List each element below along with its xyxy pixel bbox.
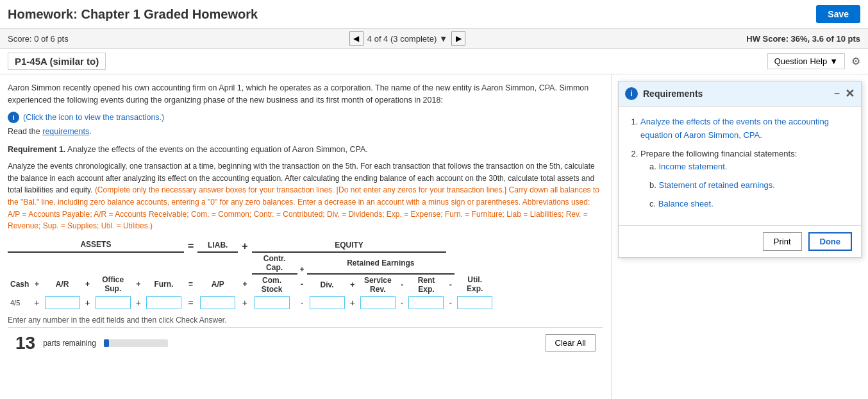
plus-op-5: + (347, 295, 358, 310)
nav-label: 4 of 4 (3 complete) ▼ (367, 34, 447, 44)
column-labels-row: Cash + A/R + OfficeSup. + Furn. = A/P + … (8, 274, 495, 295)
equals-sign: = (184, 239, 197, 252)
minus-op-1: - (297, 295, 307, 310)
minus-3: - (446, 274, 455, 295)
score-nav: ◀ 4 of 4 (3 complete) ▼ ▶ (349, 31, 465, 46)
top-header: Homework: Chapter 1 Graded Homework Save (0, 0, 868, 29)
gear-icon[interactable]: ⚙ (851, 55, 860, 67)
hw-score-label: HW Score: 36%, 3.6 of 10 pts (746, 34, 860, 44)
minus-op-2: - (398, 295, 406, 310)
eq-1: = (184, 274, 197, 295)
plus-op-1: + (31, 295, 42, 310)
detail-text: Analyze the events chronologically, one … (8, 160, 603, 232)
plus-op-4: + (238, 295, 251, 310)
plus-5: + (347, 274, 358, 295)
com-stock-input[interactable] (255, 296, 290, 309)
office-input[interactable] (96, 296, 131, 309)
service-input[interactable] (360, 296, 396, 309)
done-button[interactable]: Done (808, 232, 853, 251)
sub-link-a[interactable]: Income statement. (658, 162, 727, 171)
equity-header: EQUITY (335, 241, 363, 250)
header-row-2: Contr. Cap. + Retained Earnings (8, 252, 495, 274)
furn-input[interactable] (146, 296, 181, 309)
sub-link-c[interactable]: Balance sheet. (658, 199, 714, 208)
page-title: Homework: Chapter 1 Graded Homework (8, 7, 258, 22)
req-item-1: Analyze the effects of the events on the… (640, 115, 851, 142)
requirements-list: Analyze the effects of the events on the… (629, 115, 851, 211)
print-button[interactable]: Print (763, 232, 802, 251)
req-panel-controls: − ✕ (834, 87, 855, 101)
plus-1: + (31, 274, 42, 295)
liab-header: LIAB. (208, 241, 228, 250)
info-icon[interactable]: i (8, 112, 19, 123)
equation-table: ASSETS = LIAB. + EQUITY (8, 239, 495, 310)
rent-col-label: RentExp. (406, 274, 446, 295)
minimize-button[interactable]: − (834, 88, 840, 99)
sub-item-b: Statement of retained earnings. (649, 179, 851, 192)
requirements-link[interactable]: requirements (42, 127, 89, 136)
input-row: 4/5 + + + = + - + (8, 295, 495, 310)
progress-bar-fill (104, 339, 109, 347)
req-panel-body: Analyze the effects of the events on the… (619, 106, 861, 225)
parts-label: parts remaining (43, 339, 96, 348)
score-bar: Score: 0 of 6 pts ◀ 4 of 4 (3 complete) … (0, 29, 868, 49)
requirements-panel: i Requirements − ✕ Analyze the effects o… (618, 81, 862, 258)
contr-header: Contr. (263, 254, 286, 263)
nav-next-button[interactable]: ▶ (451, 31, 465, 46)
read-req: Read the requirements. (8, 127, 603, 136)
req-panel-header: i Requirements − ✕ (619, 81, 861, 106)
rent-input[interactable] (408, 296, 444, 309)
score-label: Score: 0 of 6 pts (8, 34, 69, 44)
equation-container: ASSETS = LIAB. + EQUITY (8, 239, 603, 310)
requirement-title: Requirement 1. Analyze the effects of th… (8, 144, 603, 156)
minus-2: - (398, 274, 406, 295)
retained-earnings-header: Retained Earnings (347, 259, 414, 267)
row-label: 4/5 (8, 295, 31, 310)
save-button[interactable]: Save (816, 5, 860, 23)
question-help-area: Question Help ▼ ⚙ (767, 53, 860, 69)
plus-sign: + (238, 239, 251, 252)
sub-item-c: Balance sheet. (649, 198, 851, 211)
ap-input[interactable] (200, 296, 235, 309)
req-panel-title: i Requirements (625, 87, 703, 100)
main-content: Aaron Simmon recently opened his own acc… (0, 74, 868, 399)
minus-1: - (297, 274, 307, 295)
assets-header: ASSETS (80, 240, 111, 249)
ar-input[interactable] (45, 296, 80, 309)
furn-col-label: Furn. (144, 274, 184, 295)
question-header: P1-45A (similar to) Question Help ▼ ⚙ (0, 49, 868, 74)
header-row-1: ASSETS = LIAB. + EQUITY (8, 239, 495, 252)
close-button[interactable]: ✕ (845, 87, 855, 101)
nav-prev-button[interactable]: ◀ (349, 31, 363, 46)
req-item-2: Prepare the following financial statemen… (640, 148, 851, 211)
sub-link-b[interactable]: Statement of retained earnings. (658, 180, 774, 190)
cash-col-label: Cash (8, 274, 31, 295)
bottom-bar: 13 parts remaining Clear All (8, 327, 603, 359)
eq-op-1: = (184, 295, 197, 310)
plus-3: + (133, 274, 144, 295)
util-input[interactable] (457, 296, 492, 309)
req-panel-footer: Print Done (619, 225, 861, 257)
req-panel-info-icon: i (625, 87, 638, 100)
question-label: P1-45A (similar to) (8, 53, 106, 70)
plus-2: + (83, 274, 93, 295)
office-col-label: OfficeSup. (93, 274, 133, 295)
div-input[interactable] (310, 296, 345, 309)
util-col-label: Util.Exp. (455, 274, 495, 295)
service-col-label: ServiceRev. (358, 274, 398, 295)
info-row: i (Click the icon to view the transactio… (8, 112, 603, 123)
div-col-label: Div. (307, 274, 347, 295)
sub-item-a: Income statement. (649, 160, 851, 174)
com-stock-col-label: Com.Stock (252, 274, 292, 295)
plus-op-3: + (133, 295, 144, 310)
entry-msg: Enter any number in the edit fields and … (8, 316, 603, 325)
info-link[interactable]: (Click the icon to view the transactions… (23, 113, 164, 122)
cap-header: Cap. (266, 263, 283, 272)
plus-4: + (238, 274, 251, 295)
progress-bar (104, 339, 168, 347)
clear-all-button[interactable]: Clear All (546, 334, 596, 352)
intro-text: Aaron Simmon recently opened his own acc… (8, 82, 603, 106)
req-link-1[interactable]: Analyze the effects of the events on the… (640, 117, 829, 140)
question-help-button[interactable]: Question Help ▼ (767, 53, 845, 69)
orange-note: (Complete only the necessary answer boxe… (8, 185, 599, 230)
